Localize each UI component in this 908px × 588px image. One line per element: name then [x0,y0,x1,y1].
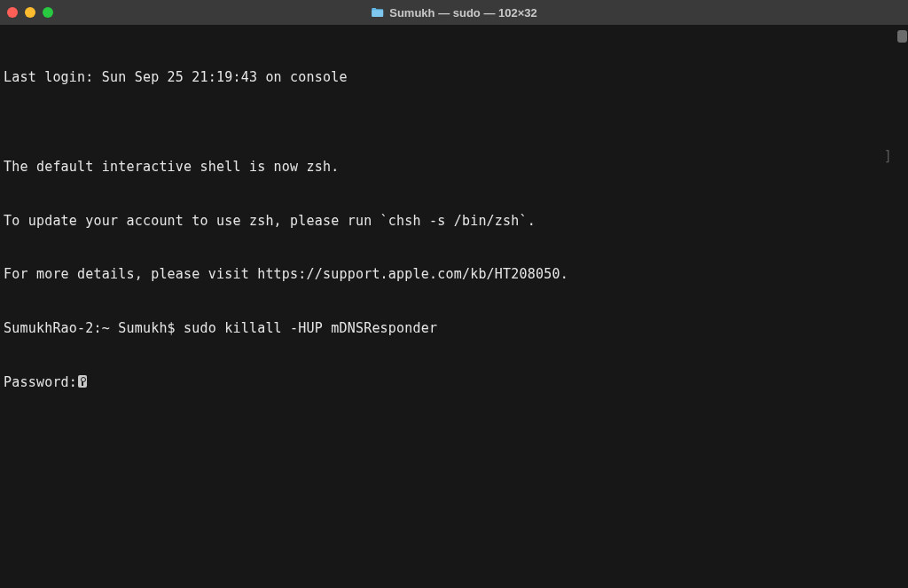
traffic-lights [7,7,53,18]
close-window-button[interactable] [7,7,18,18]
terminal-password-line: Password: [4,373,904,391]
window-title-group: Sumukh — sudo — 102×32 [371,6,537,20]
terminal-line-zsh-2: To update your account to use zsh, pleas… [4,212,904,230]
window-title: Sumukh — sudo — 102×32 [389,6,537,20]
scrollbar-track[interactable] [895,25,908,588]
terminal-prompt-line: SumukhRao-2:~ Sumukh$ sudo killall -HUP … [4,319,904,337]
terminal-body[interactable]: Last login: Sun Sep 25 21:19:43 on conso… [0,25,908,588]
scrollbar-thumb[interactable] [897,30,907,43]
zoom-window-button[interactable] [43,7,53,18]
window-titlebar: Sumukh — sudo — 102×32 [0,0,908,25]
password-label: Password: [4,374,77,390]
terminal-line-last-login: Last login: Sun Sep 25 21:19:43 on conso… [4,68,904,86]
terminal-line-zsh-1: The default interactive shell is now zsh… [4,158,904,176]
terminal-line-zsh-3: For more details, please visit https://s… [4,265,904,283]
minimize-window-button[interactable] [25,7,35,18]
key-icon [78,375,87,388]
folder-icon [371,7,384,18]
line-continuation-bracket: ] [884,147,892,165]
